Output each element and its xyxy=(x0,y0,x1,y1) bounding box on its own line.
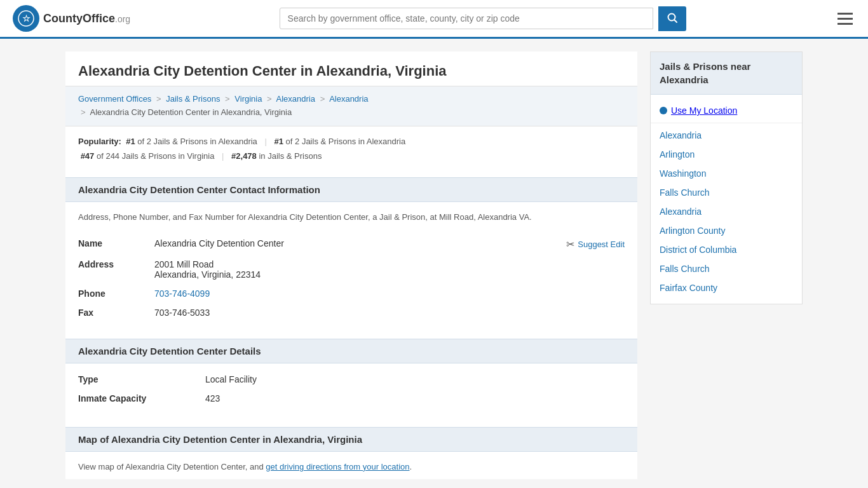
type-row: Type Local Facility xyxy=(78,370,625,389)
sidebar-link-arlington[interactable]: Arlington xyxy=(660,149,695,159)
page-title: Alexandria City Detention Center in Alex… xyxy=(65,51,637,86)
sidebar-link-falls-church-2[interactable]: Falls Church xyxy=(660,264,710,274)
pop-divider-2: | xyxy=(222,151,224,161)
breadcrumb-sep-5: > xyxy=(81,107,86,117)
use-my-location-item[interactable]: Use My Location xyxy=(651,101,802,120)
popularity-section: Popularity: #1 of 2 Jails & Prisons in A… xyxy=(65,126,637,172)
suggest-edit-label: Suggest Edit xyxy=(578,240,625,249)
sidebar-link-washington[interactable]: Washington xyxy=(660,168,706,179)
location-dot-icon xyxy=(660,107,667,114)
sidebar-title: Jails & Prisons near Alexandria xyxy=(651,52,802,95)
use-my-location-link[interactable]: Use My Location xyxy=(671,105,737,116)
capacity-value: 423 xyxy=(205,393,220,403)
breadcrumb: Government Offices > Jails & Prisons > V… xyxy=(65,86,637,126)
breadcrumb-sep-4: > xyxy=(320,94,325,104)
contact-description: Address, Phone Number, and Fax Number fo… xyxy=(65,202,637,230)
phone-label: Phone xyxy=(78,288,154,299)
details-section-header: Alexandria City Detention Center Details xyxy=(65,339,637,363)
popularity-item-2: #1 of 2 Jails & Prisons in Alexandria xyxy=(275,137,406,146)
sidebar-list: Use My Location Alexandria Arlington Was… xyxy=(651,95,802,304)
suggest-edit-link[interactable]: ✂ Suggest Edit xyxy=(566,238,625,250)
contact-phone-row: Phone 703-746-4099 xyxy=(78,284,625,303)
popularity-item-3: #47 of 244 Jails & Prisons in Virginia xyxy=(78,151,217,161)
popularity-label: Popularity: xyxy=(78,137,121,146)
map-section-header: Map of Alexandria City Detention Center … xyxy=(65,427,637,452)
address-line2: Alexandria, Virginia, 22314 xyxy=(154,269,261,280)
map-desc-text: View map of Alexandria City Detention Ce… xyxy=(78,462,264,471)
contact-name-row: Name Alexandria City Detention Center ✂ … xyxy=(78,234,625,255)
details-table: Type Local Facility Inmate Capacity 423 xyxy=(65,363,637,421)
map-description: View map of Alexandria City Detention Ce… xyxy=(65,452,637,480)
sidebar: Jails & Prisons near Alexandria Use My L… xyxy=(650,51,803,479)
breadcrumb-alexandria-2[interactable]: Alexandria xyxy=(329,94,368,104)
fax-label: Fax xyxy=(78,308,154,318)
breadcrumb-current: Alexandria City Detention Center in Alex… xyxy=(90,107,292,117)
contact-info-table: Name Alexandria City Detention Center ✂ … xyxy=(65,230,637,332)
breadcrumb-virginia[interactable]: Virginia xyxy=(234,94,262,104)
breadcrumb-sep-1: > xyxy=(156,94,161,104)
menu-bar-2 xyxy=(837,18,853,20)
breadcrumb-alexandria-1[interactable]: Alexandria xyxy=(276,94,315,104)
logo-area: ☆ CountyOffice.org xyxy=(13,5,130,32)
sidebar-item-dc: District of Columbia xyxy=(651,240,802,259)
edit-icon: ✂ xyxy=(566,238,574,250)
map-desc-after: . xyxy=(410,462,412,471)
sidebar-link-arlington-county[interactable]: Arlington County xyxy=(660,226,726,236)
capacity-row: Inmate Capacity 423 xyxy=(78,389,625,408)
breadcrumb-jails-prisons[interactable]: Jails & Prisons xyxy=(166,94,220,104)
phone-value: 703-746-4099 xyxy=(154,288,625,299)
svg-text:☆: ☆ xyxy=(22,13,31,24)
logo-icon: ☆ xyxy=(13,5,39,32)
fax-value: 703-746-5033 xyxy=(154,308,625,318)
sidebar-link-alexandria-2[interactable]: Alexandria xyxy=(660,207,702,217)
contact-fax-row: Fax 703-746-5033 xyxy=(78,303,625,322)
menu-button[interactable] xyxy=(835,10,855,27)
sidebar-item-falls-church-2: Falls Church xyxy=(651,259,802,278)
sidebar-link-fairfax-county[interactable]: Fairfax County xyxy=(660,283,717,293)
site-header: ☆ CountyOffice.org xyxy=(0,0,868,39)
menu-bar-1 xyxy=(837,13,853,15)
type-value: Local Facility xyxy=(205,374,257,384)
type-label: Type xyxy=(78,374,205,384)
sidebar-item-arlington: Arlington xyxy=(651,145,802,164)
main-container: Alexandria City Detention Center in Alex… xyxy=(53,39,815,488)
popularity-item-1: #1 of 2 Jails & Prisons in Alexandria xyxy=(124,137,260,146)
driving-directions-link[interactable]: get driving directions from your locatio… xyxy=(266,462,409,471)
breadcrumb-sep-2: > xyxy=(225,94,230,104)
sidebar-box: Jails & Prisons near Alexandria Use My L… xyxy=(650,51,803,304)
search-input[interactable] xyxy=(280,8,653,29)
search-icon xyxy=(667,12,678,24)
breadcrumb-government-offices[interactable]: Government Offices xyxy=(78,94,151,104)
contact-address-row: Address 2001 Mill Road Alexandria, Virgi… xyxy=(78,255,625,284)
name-value: Alexandria City Detention Center xyxy=(154,238,566,248)
menu-bar-3 xyxy=(837,23,853,25)
capacity-label: Inmate Capacity xyxy=(78,393,205,403)
sidebar-item-washington: Washington xyxy=(651,164,802,183)
svg-line-3 xyxy=(674,20,677,22)
pop-divider-1: | xyxy=(264,137,266,146)
address-value: 2001 Mill Road Alexandria, Virginia, 223… xyxy=(154,259,625,280)
logo-text: CountyOffice.org xyxy=(43,12,130,25)
content-area: Alexandria City Detention Center in Alex… xyxy=(65,51,637,479)
sidebar-link-dc[interactable]: District of Columbia xyxy=(660,245,736,255)
sidebar-item-alexandria-1: Alexandria xyxy=(651,126,802,145)
name-label: Name xyxy=(78,238,154,248)
search-button[interactable] xyxy=(658,6,686,31)
breadcrumb-sep-3: > xyxy=(267,94,272,104)
sidebar-item-fairfax-county: Fairfax County xyxy=(651,278,802,297)
sidebar-item-falls-church-1: Falls Church xyxy=(651,183,802,202)
address-line1: 2001 Mill Road xyxy=(154,259,214,269)
popularity-item-4: #2,478 in Jails & Prisons xyxy=(231,151,322,161)
sidebar-link-alexandria-1[interactable]: Alexandria xyxy=(660,130,702,140)
sidebar-divider-top xyxy=(651,123,802,123)
sidebar-link-falls-church-1[interactable]: Falls Church xyxy=(660,187,710,198)
sidebar-item-arlington-county: Arlington County xyxy=(651,221,802,240)
phone-link[interactable]: 703-746-4099 xyxy=(154,288,210,299)
search-area xyxy=(280,6,686,31)
sidebar-item-alexandria-2: Alexandria xyxy=(651,202,802,221)
contact-section-header: Alexandria City Detention Center Contact… xyxy=(65,177,637,202)
address-label: Address xyxy=(78,259,154,269)
